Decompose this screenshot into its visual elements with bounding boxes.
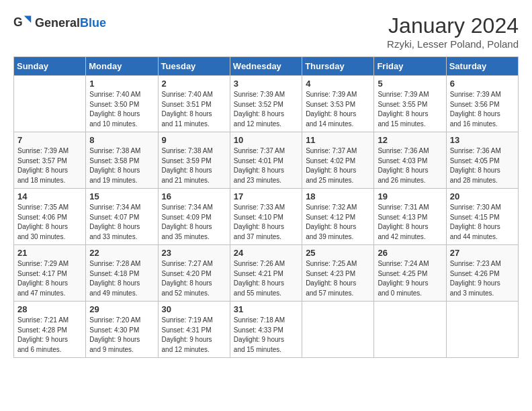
day-number: 14: [17, 191, 82, 201]
logo: G GeneralBlue: [13, 13, 106, 32]
day-info: Sunrise: 7:39 AMSunset: 3:52 PMDaylight:…: [234, 90, 298, 129]
day-info: Sunrise: 7:35 AMSunset: 4:06 PMDaylight:…: [17, 203, 82, 242]
day-info: Sunrise: 7:39 AMSunset: 3:55 PMDaylight:…: [378, 90, 442, 129]
day-number: 6: [450, 79, 515, 89]
calendar-cell: 27Sunrise: 7:23 AMSunset: 4:26 PMDayligh…: [446, 245, 518, 302]
logo-icon: G: [13, 13, 32, 32]
svg-text:G: G: [13, 15, 23, 29]
day-info: Sunrise: 7:36 AMSunset: 4:05 PMDaylight:…: [450, 146, 515, 185]
day-info: Sunrise: 7:21 AMSunset: 4:28 PMDaylight:…: [17, 316, 82, 355]
logo-general-text: General: [35, 16, 80, 30]
calendar-cell: 21Sunrise: 7:29 AMSunset: 4:17 PMDayligh…: [14, 245, 86, 302]
calendar-cell: 5Sunrise: 7:39 AMSunset: 3:55 PMDaylight…: [374, 76, 446, 132]
day-info: Sunrise: 7:24 AMSunset: 4:25 PMDaylight:…: [378, 259, 442, 298]
day-number: 7: [17, 135, 82, 145]
calendar-table: SundayMondayTuesdayWednesdayThursdayFrid…: [13, 56, 519, 358]
calendar-cell: 17Sunrise: 7:33 AMSunset: 4:10 PMDayligh…: [230, 189, 302, 245]
calendar-cell: 4Sunrise: 7:39 AMSunset: 3:53 PMDaylight…: [302, 76, 374, 132]
day-header-tuesday: Tuesday: [158, 57, 230, 76]
day-info: Sunrise: 7:23 AMSunset: 4:26 PMDaylight:…: [450, 259, 515, 298]
day-number: 10: [234, 135, 298, 145]
day-header-monday: Monday: [86, 57, 158, 76]
day-info: Sunrise: 7:37 AMSunset: 4:02 PMDaylight:…: [306, 146, 370, 185]
header-row: SundayMondayTuesdayWednesdayThursdayFrid…: [14, 57, 519, 76]
day-number: 5: [378, 79, 442, 89]
day-number: 28: [17, 304, 82, 314]
day-number: 29: [89, 304, 154, 314]
day-number: 23: [162, 248, 226, 258]
day-info: Sunrise: 7:39 AMSunset: 3:56 PMDaylight:…: [450, 90, 515, 129]
day-number: 22: [89, 248, 154, 258]
day-info: Sunrise: 7:26 AMSunset: 4:21 PMDaylight:…: [234, 259, 298, 298]
day-header-wednesday: Wednesday: [230, 57, 302, 76]
calendar-cell: 19Sunrise: 7:31 AMSunset: 4:13 PMDayligh…: [374, 189, 446, 245]
day-number: 19: [378, 191, 442, 201]
day-number: 2: [162, 79, 226, 89]
day-info: Sunrise: 7:33 AMSunset: 4:10 PMDaylight:…: [234, 203, 298, 242]
day-info: Sunrise: 7:32 AMSunset: 4:12 PMDaylight:…: [306, 203, 370, 242]
calendar-cell: 3Sunrise: 7:39 AMSunset: 3:52 PMDaylight…: [230, 76, 302, 132]
day-number: 9: [162, 135, 226, 145]
day-info: Sunrise: 7:36 AMSunset: 4:03 PMDaylight:…: [378, 146, 442, 185]
day-number: 4: [306, 79, 370, 89]
day-number: 20: [450, 191, 515, 201]
day-header-saturday: Saturday: [446, 57, 518, 76]
calendar-cell: [374, 302, 446, 358]
day-header-friday: Friday: [374, 57, 446, 76]
day-number: 12: [378, 135, 442, 145]
day-info: Sunrise: 7:27 AMSunset: 4:20 PMDaylight:…: [162, 259, 226, 298]
calendar-cell: [446, 302, 518, 358]
calendar-cell: 25Sunrise: 7:25 AMSunset: 4:23 PMDayligh…: [302, 245, 374, 302]
day-number: 13: [450, 135, 515, 145]
calendar-cell: 22Sunrise: 7:28 AMSunset: 4:18 PMDayligh…: [86, 245, 158, 302]
calendar-cell: 6Sunrise: 7:39 AMSunset: 3:56 PMDaylight…: [446, 76, 518, 132]
calendar-cell: 31Sunrise: 7:18 AMSunset: 4:33 PMDayligh…: [230, 302, 302, 358]
week-row-1: 1Sunrise: 7:40 AMSunset: 3:50 PMDaylight…: [14, 76, 519, 132]
title-area: January 2024 Rzyki, Lesser Poland, Polan…: [387, 13, 519, 50]
calendar-cell: 11Sunrise: 7:37 AMSunset: 4:02 PMDayligh…: [302, 132, 374, 189]
calendar-cell: 28Sunrise: 7:21 AMSunset: 4:28 PMDayligh…: [14, 302, 86, 358]
week-row-2: 7Sunrise: 7:39 AMSunset: 3:57 PMDaylight…: [14, 132, 519, 189]
day-info: Sunrise: 7:39 AMSunset: 3:57 PMDaylight:…: [17, 146, 82, 185]
day-info: Sunrise: 7:18 AMSunset: 4:33 PMDaylight:…: [234, 316, 298, 355]
day-info: Sunrise: 7:38 AMSunset: 3:59 PMDaylight:…: [162, 146, 226, 185]
calendar-cell: 15Sunrise: 7:34 AMSunset: 4:07 PMDayligh…: [86, 189, 158, 245]
day-number: 26: [378, 248, 442, 258]
day-number: 27: [450, 248, 515, 258]
calendar-subtitle: Rzyki, Lesser Poland, Poland: [387, 38, 519, 50]
day-number: 11: [306, 135, 370, 145]
logo-blue-text: Blue: [80, 16, 106, 30]
calendar-cell: 23Sunrise: 7:27 AMSunset: 4:20 PMDayligh…: [158, 245, 230, 302]
day-info: Sunrise: 7:19 AMSunset: 4:31 PMDaylight:…: [162, 316, 226, 355]
day-number: 1: [89, 79, 154, 89]
calendar-cell: 10Sunrise: 7:37 AMSunset: 4:01 PMDayligh…: [230, 132, 302, 189]
svg-marker-1: [24, 16, 32, 24]
day-info: Sunrise: 7:40 AMSunset: 3:51 PMDaylight:…: [162, 90, 226, 129]
calendar-cell: 7Sunrise: 7:39 AMSunset: 3:57 PMDaylight…: [14, 132, 86, 189]
calendar-title: January 2024: [387, 13, 519, 38]
week-row-4: 21Sunrise: 7:29 AMSunset: 4:17 PMDayligh…: [14, 245, 519, 302]
day-number: 16: [162, 191, 226, 201]
day-info: Sunrise: 7:38 AMSunset: 3:58 PMDaylight:…: [89, 146, 154, 185]
day-number: 24: [234, 248, 298, 258]
calendar-cell: 26Sunrise: 7:24 AMSunset: 4:25 PMDayligh…: [374, 245, 446, 302]
day-header-thursday: Thursday: [302, 57, 374, 76]
week-row-3: 14Sunrise: 7:35 AMSunset: 4:06 PMDayligh…: [14, 189, 519, 245]
calendar-cell: 16Sunrise: 7:34 AMSunset: 4:09 PMDayligh…: [158, 189, 230, 245]
week-row-5: 28Sunrise: 7:21 AMSunset: 4:28 PMDayligh…: [14, 302, 519, 358]
calendar-cell: 9Sunrise: 7:38 AMSunset: 3:59 PMDaylight…: [158, 132, 230, 189]
day-info: Sunrise: 7:39 AMSunset: 3:53 PMDaylight:…: [306, 90, 370, 129]
day-info: Sunrise: 7:37 AMSunset: 4:01 PMDaylight:…: [234, 146, 298, 185]
day-number: 15: [89, 191, 154, 201]
day-number: 8: [89, 135, 154, 145]
calendar-cell: 13Sunrise: 7:36 AMSunset: 4:05 PMDayligh…: [446, 132, 518, 189]
day-number: 25: [306, 248, 370, 258]
day-info: Sunrise: 7:29 AMSunset: 4:17 PMDaylight:…: [17, 259, 82, 298]
day-info: Sunrise: 7:31 AMSunset: 4:13 PMDaylight:…: [378, 203, 442, 242]
day-info: Sunrise: 7:34 AMSunset: 4:09 PMDaylight:…: [162, 203, 226, 242]
calendar-cell: 20Sunrise: 7:30 AMSunset: 4:15 PMDayligh…: [446, 189, 518, 245]
calendar-cell: 14Sunrise: 7:35 AMSunset: 4:06 PMDayligh…: [14, 189, 86, 245]
calendar-cell: [14, 76, 86, 132]
day-info: Sunrise: 7:34 AMSunset: 4:07 PMDaylight:…: [89, 203, 154, 242]
day-number: 3: [234, 79, 298, 89]
